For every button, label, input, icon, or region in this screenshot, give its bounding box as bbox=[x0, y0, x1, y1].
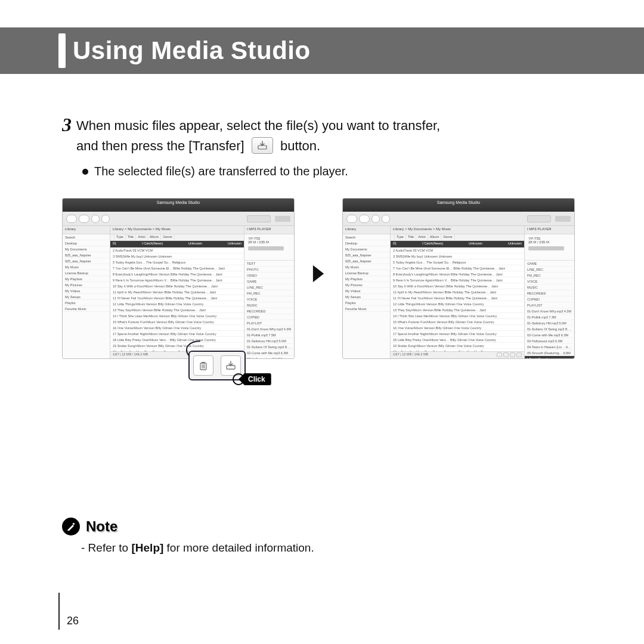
right-folder: GAME bbox=[244, 278, 294, 284]
tree-item: My Music bbox=[343, 264, 390, 270]
click-badge: Click bbox=[239, 373, 271, 385]
right-folder: FM_REC bbox=[244, 290, 294, 296]
screenshot-before: Samsung Media Studio Library Search Desk… bbox=[62, 198, 295, 359]
right-file: 01-Sultans Of Swing.mp3 8.0M bbox=[244, 344, 294, 350]
tree-item: My Playlists bbox=[343, 276, 390, 282]
track-row: 10 Say It With a Kiss/Album Version Bill… bbox=[391, 283, 524, 289]
tree-item: My Documents bbox=[343, 246, 390, 252]
arrow-icon bbox=[295, 264, 342, 284]
tree-item: License Backup bbox=[63, 270, 110, 276]
track-row: 3 SMS(Wife My boy) Unknown Unknown bbox=[391, 253, 524, 259]
note-text: - Refer to [Help] for more detailed info… bbox=[81, 541, 314, 555]
track-row: 12 Little Things/Album Version Billy Gil… bbox=[391, 301, 524, 307]
note-text-post: for more detailed information. bbox=[163, 541, 314, 554]
app-title: Samsung Media Studio bbox=[343, 200, 574, 205]
toolbar-artist-box bbox=[247, 215, 271, 222]
right-panel: I MP3 PLAYER YP-T55 28 M / 235 M GAMELIN… bbox=[524, 226, 574, 358]
toolbar-pill bbox=[66, 215, 77, 223]
track-row: 9 Here It Is Tomorrow Again/Album V… Bil… bbox=[391, 277, 524, 283]
right-folder: GAME bbox=[525, 261, 574, 267]
right-file: 02-Come with Me.mp3 6.3M bbox=[525, 332, 574, 338]
step-line2-pre: and then press the [Transfer] bbox=[76, 138, 244, 153]
right-folder: VOICE bbox=[244, 296, 294, 302]
note-text-pre: - Refer to bbox=[81, 541, 131, 554]
footer-status: 1/67 | 12 MB / 146.2 MB bbox=[113, 352, 148, 358]
step-line1: When music files appear, select the file… bbox=[76, 118, 440, 133]
track-row: 16 One Voice/Album Version Billy Gilman … bbox=[391, 325, 524, 331]
tree-item: Favorite Music bbox=[63, 306, 110, 312]
right-file: 01-Salisbury Hill.mp3 5.0M bbox=[244, 338, 294, 344]
tree-item: Playlist bbox=[343, 300, 390, 306]
tree-item: License Backup bbox=[343, 270, 390, 276]
breadcrumb: Library > My Documents > My Music bbox=[110, 226, 244, 234]
tree-item: Favorite Music bbox=[343, 306, 390, 312]
device-capacity: 28 M / 235 M bbox=[248, 240, 290, 244]
right-folder: VIDEO bbox=[244, 273, 294, 278]
right-folder: COPIED bbox=[525, 296, 574, 302]
track-row: 13 They Say/Album Version Billie Holiday… bbox=[391, 307, 524, 313]
search-row: Search bbox=[63, 234, 110, 240]
right-folder: RECORDED bbox=[525, 290, 574, 296]
track-row: 14 I Think She Likes Me/Album Version Bi… bbox=[391, 313, 524, 319]
tree-item: 825_aaa_Napster bbox=[343, 252, 390, 258]
right-file: 01-Salisbury Hill.mp3 5.0M bbox=[525, 320, 574, 326]
page-title: Using Media Studio bbox=[73, 36, 311, 65]
svg-rect-6 bbox=[227, 366, 235, 369]
right-folder: LINE_REC bbox=[525, 267, 574, 273]
track-row: 12 Little Things/Album Version Billy Gil… bbox=[110, 301, 244, 307]
tree-item: 925_aaa_Napster bbox=[63, 258, 110, 264]
track-row: 11 April in My Heart/Album Version Billi… bbox=[391, 289, 524, 295]
track-row: 14 I Think She Likes Me/Album Version Bi… bbox=[110, 313, 244, 319]
sel-artist: Unknown bbox=[188, 242, 202, 247]
sel-album: Unknown bbox=[508, 242, 522, 247]
mid-columns: TypeTitleArtistAlbumGenre bbox=[391, 234, 524, 241]
toolbar-round bbox=[371, 215, 380, 223]
left-panel: Library Search DesktopMy Documents825_aa… bbox=[63, 226, 110, 358]
track-row: 3 SMS(Wife My boy) Unknown Unknown bbox=[110, 253, 244, 259]
sel-title: I Catch(News) bbox=[422, 242, 443, 247]
step-line2-post: button. bbox=[280, 138, 320, 153]
right-folder: MUSIC bbox=[244, 302, 294, 308]
tree-item: My Documents bbox=[63, 246, 110, 252]
sel-title: I Catch(News) bbox=[142, 242, 163, 247]
track-row: 7 You Can't Be Mine (And Someone El… Bil… bbox=[110, 265, 244, 271]
toolbar-artist-box bbox=[527, 215, 551, 222]
right-file: 01-Politik.mp3 7.5M bbox=[244, 332, 294, 338]
toolbar-pill bbox=[79, 215, 89, 223]
rsel-name: I Catch(News).wma bbox=[527, 357, 556, 360]
header-accent bbox=[58, 33, 66, 68]
tree-item: My Setups bbox=[63, 294, 110, 300]
right-file: 01-Don't Know Why.mp3 4.3M bbox=[244, 326, 294, 332]
device-block: YP-T55 28 M / 235 M bbox=[525, 234, 574, 261]
toolbar-pill bbox=[346, 215, 357, 223]
step-bullet: The selected file(s) are transferred to … bbox=[82, 165, 587, 178]
device-capacity: 28 M / 235 M bbox=[528, 240, 571, 244]
track-row: 11 I'll Never Fail You/Album Version Bil… bbox=[391, 295, 524, 301]
tree-item: My Playlists bbox=[63, 276, 110, 282]
screenshots-row: Samsung Media Studio Library Search Desk… bbox=[62, 198, 587, 383]
page-rule bbox=[58, 593, 60, 630]
track-row: 11 I'll Never Fail You/Album Version Bil… bbox=[110, 295, 244, 301]
right-folder: MUSIC bbox=[525, 284, 574, 290]
capacity-bar bbox=[528, 246, 564, 250]
sel-artist: Unknown bbox=[469, 242, 482, 247]
track-row: 10 Say It With a Kiss/Album Version Bill… bbox=[110, 283, 244, 289]
mid-columns: TypeTitleArtistAlbumGenre bbox=[110, 234, 244, 241]
right-header: I MP3 PLAYER bbox=[525, 226, 574, 234]
right-file: 02-Hollywood.mp3 6.0M bbox=[244, 356, 294, 359]
step-text: When music files appear, select the file… bbox=[76, 116, 440, 156]
tree-item: My Music bbox=[63, 264, 110, 270]
footer-icons bbox=[496, 352, 522, 358]
track-row: 8 Everybody's Laughing/Album Version Bil… bbox=[391, 271, 524, 277]
track-row: 18 Little Bitty Pretty One/Album Vers… B… bbox=[391, 337, 524, 343]
toolbar bbox=[63, 212, 294, 226]
track-row: 2 AudioTrack 03 VCM VCM bbox=[110, 247, 244, 253]
tree-item: Desktop bbox=[63, 240, 110, 246]
left-panel: Library Search DesktopMy Documents825_aa… bbox=[343, 226, 391, 358]
right-file: 01-Don't Know Why.mp3 4.3M bbox=[525, 308, 574, 314]
selected-track: 01 I Catch(News) Unknown Unknown bbox=[391, 241, 524, 247]
track-row: 17 Spend Another Night/Album Version Bil… bbox=[110, 331, 244, 337]
track-row: 17 Spend Another Night/Album Version Bil… bbox=[391, 331, 524, 337]
toolbar-pill bbox=[359, 215, 370, 223]
sel-num: 01 bbox=[113, 242, 116, 247]
